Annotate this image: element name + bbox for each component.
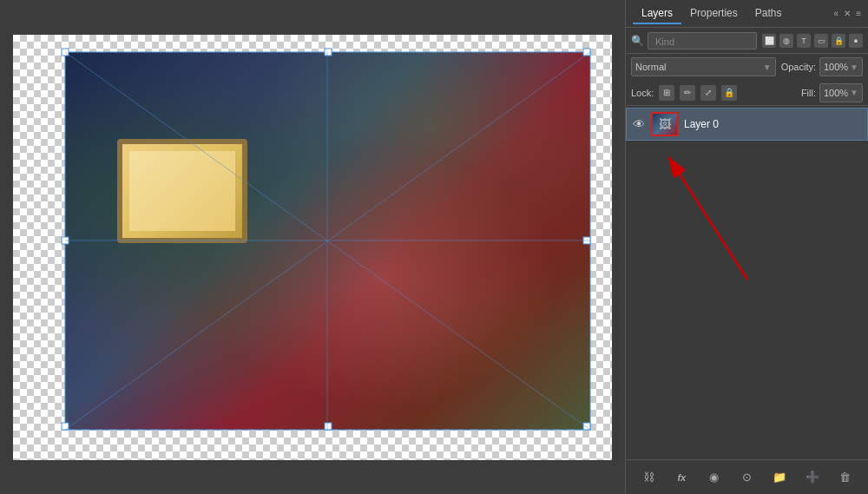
- filter-icons: ⬜ ◍ T ▭ 🔒 ●: [762, 34, 863, 48]
- svg-line-14: [669, 158, 747, 280]
- new-layer-icon: ➕: [806, 471, 819, 484]
- lock-row: Lock: ⊞ ✏ ⤢ 🔒 Fill: 100% ▼: [626, 80, 868, 106]
- opacity-chevron: ▼: [850, 63, 858, 72]
- collapse-icon[interactable]: «: [834, 9, 839, 18]
- opacity-label: Opacity:: [781, 62, 816, 72]
- panel-header-icons: « ✕ ≡: [834, 9, 861, 18]
- blend-mode-chevron: ▼: [763, 63, 772, 72]
- opacity-section: Opacity: 100% ▼: [781, 57, 863, 76]
- folder-icon: 📁: [773, 471, 786, 484]
- filter-image-icon[interactable]: ⬜: [762, 34, 776, 48]
- mask-icon: ◉: [709, 471, 719, 484]
- tab-layers[interactable]: Layers: [633, 3, 681, 24]
- fill-layer-button[interactable]: ⊙: [737, 468, 756, 487]
- tab-paths[interactable]: Paths: [746, 3, 791, 24]
- panel-header: Layers Properties Paths « ✕ ≡: [626, 0, 868, 28]
- fx-icon: fx: [677, 472, 686, 483]
- fill-value: 100%: [824, 88, 848, 98]
- lock-all-btn[interactable]: 🔒: [721, 85, 737, 101]
- blend-mode-value: Normal: [635, 62, 666, 72]
- layers-panel: Layers Properties Paths « ✕ ≡ 🔍 Kind ⬜ ◍…: [625, 0, 868, 494]
- search-bar: 🔍 Kind ⬜ ◍ T ▭ 🔒 ●: [626, 28, 868, 54]
- trash-icon: 🗑: [839, 471, 851, 484]
- new-group-button[interactable]: 📁: [770, 468, 789, 487]
- layer-thumbnail: 🖼: [651, 112, 679, 136]
- delete-layer-button[interactable]: 🗑: [835, 468, 854, 487]
- add-mask-button[interactable]: ◉: [705, 468, 724, 487]
- blend-mode-select[interactable]: Normal ▼: [631, 57, 776, 76]
- filter-shape-icon[interactable]: ▭: [814, 34, 828, 48]
- image-layer[interactable]: [65, 52, 590, 430]
- layer-visibility-toggle[interactable]: 👁: [632, 117, 646, 131]
- layer-list: 👁 🖼 Layer 0: [626, 106, 868, 459]
- new-layer-button[interactable]: ➕: [803, 468, 822, 487]
- filter-lock-icon[interactable]: 🔒: [832, 34, 845, 48]
- fx-button[interactable]: fx: [672, 468, 691, 487]
- thumbnail-icon: 🖼: [659, 117, 671, 131]
- filter-dot-icon[interactable]: ●: [849, 34, 863, 48]
- panel-footer: ⛓ fx ◉ ⊙ 📁 ➕ 🗑: [626, 459, 868, 494]
- link-layers-button[interactable]: ⛓: [640, 468, 659, 487]
- layer-name: Layer 0: [684, 118, 862, 130]
- search-icon: 🔍: [631, 35, 644, 47]
- fill-label: Fill:: [801, 88, 816, 98]
- monitor-prop: [117, 139, 247, 243]
- canvas-wrapper: [13, 35, 612, 460]
- kind-label: Kind: [655, 36, 674, 47]
- eye-icon: 👁: [633, 117, 645, 131]
- lock-label: Lock:: [631, 88, 654, 98]
- close-panel-icon[interactable]: ✕: [844, 9, 851, 18]
- filter-type-icon[interactable]: T: [797, 34, 811, 48]
- tab-properties[interactable]: Properties: [681, 3, 746, 24]
- layer-item[interactable]: 👁 🖼 Layer 0: [626, 108, 868, 141]
- fill-input[interactable]: 100% ▼: [819, 83, 863, 102]
- fill-layer-icon: ⊙: [742, 471, 752, 484]
- lock-transparent-btn[interactable]: ⊞: [659, 85, 674, 101]
- monitor-screen: [129, 151, 235, 231]
- opacity-input[interactable]: 100% ▼: [819, 57, 863, 76]
- red-arrow-svg: [643, 141, 817, 297]
- lock-position-btn[interactable]: ⤢: [700, 85, 716, 101]
- lock-pixels-btn[interactable]: ✏: [680, 85, 695, 101]
- canvas-area: [0, 0, 625, 494]
- arrow-area: [626, 141, 868, 297]
- link-icon: ⛓: [643, 471, 654, 484]
- filter-adjustment-icon[interactable]: ◍: [779, 34, 793, 48]
- panel-tabs: Layers Properties Paths: [633, 3, 834, 24]
- panel-menu-icon[interactable]: ≡: [856, 9, 861, 18]
- opacity-value: 100%: [824, 62, 848, 72]
- search-input[interactable]: Kind: [648, 32, 757, 49]
- fill-chevron: ▼: [850, 88, 858, 97]
- lock-icons: ⊞ ✏ ⤢ 🔒: [659, 85, 737, 101]
- fill-section: Fill: 100% ▼: [801, 83, 863, 102]
- blend-mode-row: Normal ▼ Opacity: 100% ▼: [626, 54, 868, 80]
